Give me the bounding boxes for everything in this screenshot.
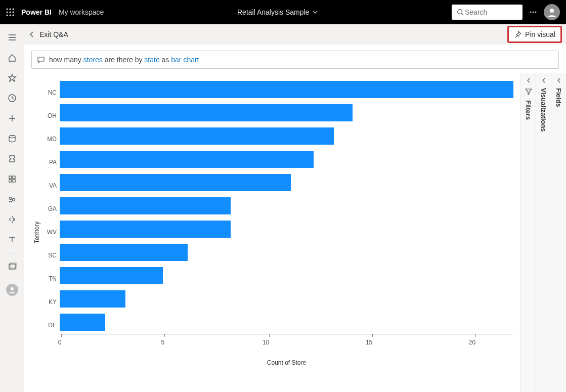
bar[interactable]	[60, 290, 125, 308]
app-launcher-icon[interactable]	[6, 8, 14, 16]
bar[interactable]	[60, 174, 291, 191]
svg-point-7	[10, 15, 11, 16]
svg-point-3	[7, 12, 8, 13]
fields-pane[interactable]: Fields	[551, 73, 566, 392]
fields-label: Fields	[555, 88, 562, 107]
bar-row	[60, 148, 513, 171]
x-tick: 0	[60, 334, 63, 346]
x-axis-label: Count of Store	[60, 359, 513, 366]
y-tick-label: KY	[42, 290, 60, 314]
nav-toggle-icon[interactable]	[0, 27, 24, 48]
bar-row	[60, 311, 513, 334]
apps-icon[interactable]	[0, 169, 24, 189]
svg-point-27	[12, 199, 15, 201]
svg-point-1	[10, 9, 11, 10]
y-tick-label: WV	[42, 221, 60, 244]
learn-icon[interactable]	[0, 230, 24, 250]
home-icon[interactable]	[0, 48, 24, 68]
qna-text: how many stores are there by state as ba…	[49, 56, 199, 64]
bar[interactable]	[60, 197, 231, 214]
y-tick-label: SC	[42, 244, 60, 267]
chevron-down-icon	[312, 9, 318, 15]
deployment-icon[interactable]	[0, 209, 24, 230]
datasets-icon[interactable]	[0, 128, 24, 149]
svg-point-8	[13, 15, 14, 16]
pin-visual-label: Pin visual	[525, 30, 555, 38]
svg-point-6	[7, 15, 8, 16]
sub-header: Exit Q&A Pin visual	[24, 24, 566, 45]
y-axis-label: Territory	[31, 78, 42, 387]
svg-rect-25	[13, 180, 15, 182]
report-title-dropdown[interactable]: Retail Analysis Sample	[111, 8, 445, 16]
bar-row	[60, 217, 513, 241]
bar-row	[60, 241, 513, 264]
recent-icon[interactable]	[0, 88, 24, 108]
qna-input[interactable]: how many stores are there by state as ba…	[31, 51, 559, 69]
svg-point-12	[533, 12, 534, 13]
brand-label: Power BI	[21, 8, 52, 16]
y-tick-label: PA	[42, 151, 60, 174]
workspace-label[interactable]: My workspace	[59, 8, 104, 16]
bar[interactable]	[60, 244, 188, 261]
svg-point-21	[9, 136, 15, 138]
y-tick-label: DE	[42, 314, 60, 337]
svg-point-9	[458, 10, 462, 14]
y-tick-label: NC	[42, 81, 60, 104]
favorites-icon[interactable]	[0, 68, 24, 88]
y-tick-label: GA	[42, 197, 60, 221]
user-avatar[interactable]	[544, 4, 560, 20]
svg-rect-24	[9, 180, 12, 182]
top-header: Power BI My workspace Retail Analysis Sa…	[0, 0, 566, 24]
y-axis-tick-labels: NCOHMDPAVAGAWVSCTNKYDE	[42, 78, 60, 387]
svg-point-13	[535, 12, 537, 13]
back-icon[interactable]	[28, 31, 35, 38]
svg-point-14	[550, 9, 554, 13]
x-tick: 10	[266, 334, 273, 346]
search-input[interactable]	[464, 8, 509, 17]
bar-row	[60, 78, 513, 101]
chevron-left-icon	[556, 78, 561, 83]
svg-point-0	[7, 9, 8, 10]
chevron-left-icon	[541, 78, 546, 83]
bar-row	[60, 171, 513, 194]
svg-point-26	[9, 197, 12, 200]
goals-icon[interactable]	[0, 149, 24, 169]
svg-point-30	[11, 287, 14, 290]
svg-point-2	[13, 9, 14, 10]
bar-row	[60, 101, 513, 124]
bar[interactable]	[60, 314, 105, 331]
bar-row	[60, 264, 513, 287]
filters-label: Filters	[525, 100, 532, 120]
bar[interactable]	[60, 127, 334, 145]
left-rail	[0, 24, 24, 392]
svg-line-10	[462, 14, 464, 16]
filter-icon	[525, 88, 532, 95]
pin-visual-button[interactable]: Pin visual	[507, 26, 562, 43]
svg-point-4	[10, 12, 11, 13]
bar[interactable]	[60, 151, 314, 168]
bar[interactable]	[60, 221, 231, 238]
y-tick-label: OH	[42, 104, 60, 127]
exit-qna-link[interactable]: Exit Q&A	[39, 30, 68, 38]
y-tick-label: TN	[42, 267, 60, 290]
bar[interactable]	[60, 104, 353, 121]
search-input-wrapper[interactable]	[452, 5, 523, 20]
chart-bars	[60, 78, 513, 334]
more-icon[interactable]	[529, 8, 538, 17]
chat-bubble-icon	[37, 56, 45, 64]
workspaces-icon[interactable]	[0, 256, 24, 277]
bar-row	[60, 287, 513, 311]
chevron-left-icon	[526, 78, 531, 83]
right-panes: Filters Visualizations Fields	[520, 73, 566, 392]
visualizations-pane[interactable]: Visualizations	[536, 73, 551, 392]
search-icon	[457, 9, 464, 16]
svg-point-5	[13, 12, 14, 13]
svg-point-11	[530, 12, 532, 13]
filters-pane[interactable]: Filters	[520, 73, 536, 392]
bar[interactable]	[60, 267, 163, 284]
my-workspace-icon[interactable]	[0, 280, 24, 300]
bar[interactable]	[60, 81, 513, 98]
create-icon[interactable]	[0, 108, 24, 128]
shared-icon[interactable]	[0, 189, 24, 209]
svg-rect-23	[13, 176, 15, 179]
